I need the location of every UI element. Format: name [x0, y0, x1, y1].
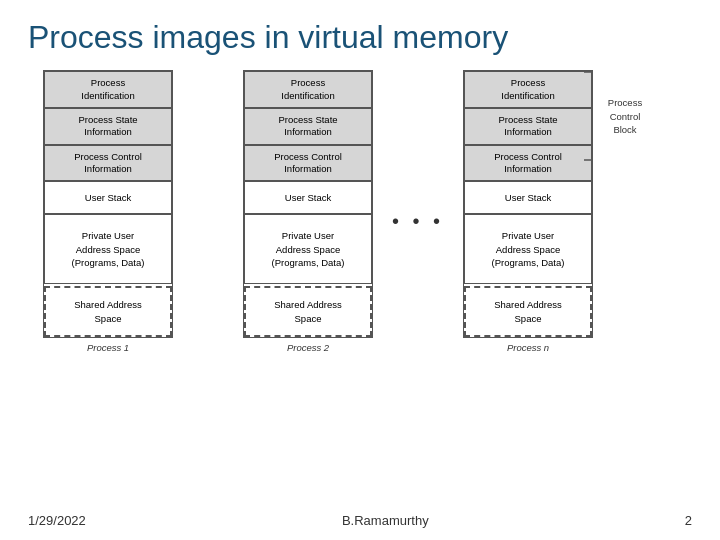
pn-shared: Shared AddressSpace: [464, 286, 592, 337]
p2-shared: Shared AddressSpace: [244, 286, 372, 337]
pn-user-stack: User Stack: [464, 181, 592, 214]
slide: Process images in virtual memory Process…: [0, 0, 720, 540]
p2-private: Private UserAddress Space(Programs, Data…: [244, 214, 372, 284]
p2-control: Process ControlInformation: [244, 145, 372, 182]
footer-date: 1/29/2022: [28, 513, 86, 528]
bracket-svg: [582, 70, 596, 162]
footer: 1/29/2022 B.Ramamurthy 2: [28, 513, 692, 528]
pn-label: Process n: [507, 342, 549, 353]
pn-private: Private UserAddress Space(Programs, Data…: [464, 214, 592, 284]
footer-author: B.Ramamurthy: [342, 513, 429, 528]
dots-separator: • • •: [388, 70, 448, 233]
p2-state: Process StateInformation: [244, 108, 372, 145]
p1-control: Process ControlInformation: [44, 145, 172, 182]
p1-shared: Shared AddressSpace: [44, 286, 172, 337]
pcb-bracket: Process Control Block: [582, 70, 651, 162]
page-title: Process images in virtual memory: [28, 18, 692, 56]
three-columns: ProcessIdentification Process StateInfor…: [28, 70, 608, 353]
pn-state: Process StateInformation: [464, 108, 592, 145]
p1-state: Process StateInformation: [44, 108, 172, 145]
main-content: ProcessIdentification Process StateInfor…: [28, 70, 692, 353]
process-column-2: ProcessIdentification Process StateInfor…: [228, 70, 388, 353]
process-box-n: ProcessIdentification Process StateInfor…: [463, 70, 593, 338]
footer-page: 2: [685, 513, 692, 528]
process-box-2: ProcessIdentification Process StateInfor…: [243, 70, 373, 338]
pcb-block-label: Process Control Block: [599, 96, 651, 136]
pn-control: Process ControlInformation: [464, 145, 592, 182]
p2-label: Process 2: [287, 342, 329, 353]
p1-user-stack: User Stack: [44, 181, 172, 214]
p1-identification: ProcessIdentification: [44, 71, 172, 108]
p1-private: Private UserAddress Space(Programs, Data…: [44, 214, 172, 284]
process-column-n: ProcessIdentification Process StateInfor…: [448, 70, 608, 353]
process-box-1: ProcessIdentification Process StateInfor…: [43, 70, 173, 338]
p1-label: Process 1: [87, 342, 129, 353]
pn-identification: ProcessIdentification: [464, 71, 592, 108]
columns-and-bracket: ProcessIdentification Process StateInfor…: [28, 70, 608, 353]
p2-user-stack: User Stack: [244, 181, 372, 214]
p2-identification: ProcessIdentification: [244, 71, 372, 108]
process-column-1: ProcessIdentification Process StateInfor…: [28, 70, 188, 353]
